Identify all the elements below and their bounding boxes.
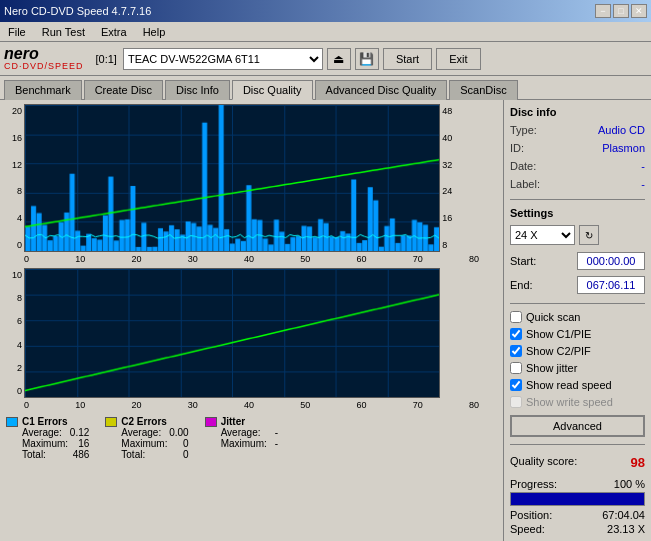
menu-file[interactable]: File [4,24,30,40]
refresh-button[interactable]: ↻ [579,225,599,245]
advanced-button[interactable]: Advanced [510,415,645,437]
tab-create-disc[interactable]: Create Disc [84,80,163,100]
speed-val-label: Speed: [510,523,545,535]
show-read-speed-checkbox[interactable] [510,379,522,391]
show-write-speed-checkbox[interactable] [510,396,522,408]
tab-bar: Benchmark Create Disc Disc Info Disc Qua… [0,76,651,100]
quick-scan-row: Quick scan [510,311,645,323]
position-row: Position: 67:04.04 [510,509,645,521]
legend-c2: C2 Errors Average: 0.00 Maximum: 0 Total… [105,416,188,460]
c2-max-label: Maximum: [121,438,167,449]
exit-button[interactable]: Exit [436,48,480,70]
x-axis-top: 01020304050607080 [4,254,499,264]
id-label: ID: [510,142,524,154]
title-bar: Nero CD-DVD Speed 4.7.7.16 − □ ✕ [0,0,651,22]
drive-label: [0:1] [96,53,117,65]
read-speed-label: Show read speed [526,379,612,391]
type-label: Type: [510,124,537,136]
c2-pif-label: Show C2/PIF [526,345,591,357]
quick-scan-label: Quick scan [526,311,580,323]
quick-scan-checkbox[interactable] [510,311,522,323]
jitter-label2: Show jitter [526,362,577,374]
y-axis-right-top: 48403224168 [440,104,460,252]
tab-benchmark[interactable]: Benchmark [4,80,82,100]
id-value: Plasmon [602,142,645,154]
legend-jitter: Jitter Average: - Maximum: - [205,416,278,460]
date-label: Date: [510,160,536,172]
y-axis-right-bottom [440,268,460,398]
minimize-button[interactable]: − [595,4,611,18]
disc-label-label: Label: [510,178,540,190]
legend-c1: C1 Errors Average: 0.12 Maximum: 16 Tota… [6,416,89,460]
speed-val-value: 23.13 X [607,523,645,535]
jitter-stats: Jitter Average: - Maximum: - [221,416,278,449]
speed-row: 24 X Max 4 X 8 X 16 X 32 X 40 X ↻ [510,225,645,245]
nero-logo: nero CD·DVD/SPEED [4,46,84,71]
window-controls: − □ ✕ [595,4,647,18]
show-c2-pif-checkbox[interactable] [510,345,522,357]
chart-area: 201612840 48403224168 01020304050607080 … [0,100,503,541]
c1-avg-label: Average: [22,427,62,438]
tab-advanced-disc-quality[interactable]: Advanced Disc Quality [315,80,448,100]
tab-disc-quality[interactable]: Disc Quality [232,80,313,100]
start-button[interactable]: Start [383,48,432,70]
quality-score: 98 [631,455,645,470]
maximize-button[interactable]: □ [613,4,629,18]
progress-section: Progress: 100 % Position: 67:04.04 Speed… [510,478,645,537]
x-axis-bottom: 01020304050607080 [4,400,499,410]
date-row: Date: - [510,160,645,172]
disc-info-title: Disc info [510,106,645,118]
read-speed-row: Show read speed [510,379,645,391]
jitter-avg-value: - [275,427,278,438]
c2-avg-value: 0.00 [169,427,188,438]
menu-help[interactable]: Help [139,24,170,40]
menu-run-test[interactable]: Run Test [38,24,89,40]
speed-select[interactable]: 24 X Max 4 X 8 X 16 X 32 X 40 X [510,225,575,245]
position-value: 67:04.04 [602,509,645,521]
show-c1-pie-checkbox[interactable] [510,328,522,340]
drive-select[interactable]: TEAC DV-W522GMA 6T11 [123,48,323,70]
eject-icon[interactable]: ⏏ [327,48,351,70]
y-axis-left-bottom: 1086420 [4,268,24,398]
divider-1 [510,199,645,200]
close-button[interactable]: ✕ [631,4,647,18]
c2-pif-row: Show C2/PIF [510,345,645,357]
write-speed-row: Show write speed [510,396,645,408]
end-time-row: End: [510,276,645,294]
end-time-input[interactable] [577,276,645,294]
progress-row: Progress: 100 % [510,478,645,490]
show-jitter-checkbox[interactable] [510,362,522,374]
c1-max-value: 16 [78,438,89,449]
jitter-max-value: - [275,438,278,449]
c1-avg-value: 0.12 [70,427,89,438]
c1-stats: C1 Errors Average: 0.12 Maximum: 16 Tota… [22,416,89,460]
type-row: Type: Audio CD [510,124,645,136]
chart-top [24,104,440,252]
c1-label: C1 Errors [22,416,89,427]
type-value: Audio CD [598,124,645,136]
c1-max-label: Maximum: [22,438,68,449]
tab-disc-info[interactable]: Disc Info [165,80,230,100]
start-time-input[interactable]: 000:00.00 [577,252,645,270]
jitter-label: Jitter [221,416,278,427]
start-time-row: Start: 000:00.00 [510,252,645,270]
tab-scan-disc[interactable]: ScanDisc [449,80,517,100]
id-row: ID: Plasmon [510,142,645,154]
quality-row: Quality score: 98 [510,455,645,470]
menu-bar: File Run Test Extra Help [0,22,651,42]
save-icon[interactable]: 💾 [355,48,379,70]
c1-total-value: 486 [73,449,90,460]
divider-3 [510,444,645,445]
progress-bar-container [510,492,645,506]
right-panel: Disc info Type: Audio CD ID: Plasmon Dat… [503,100,651,541]
menu-extra[interactable]: Extra [97,24,131,40]
jitter-color-box [205,417,217,427]
c2-stats: C2 Errors Average: 0.00 Maximum: 0 Total… [121,416,188,460]
title-text: Nero CD-DVD Speed 4.7.7.16 [4,5,151,17]
quality-label: Quality score: [510,455,577,470]
speed-value-row: Speed: 23.13 X [510,523,645,535]
end-label: End: [510,279,533,291]
c2-total-value: 0 [183,449,189,460]
disc-label-row: Label: - [510,178,645,190]
c2-max-value: 0 [183,438,189,449]
